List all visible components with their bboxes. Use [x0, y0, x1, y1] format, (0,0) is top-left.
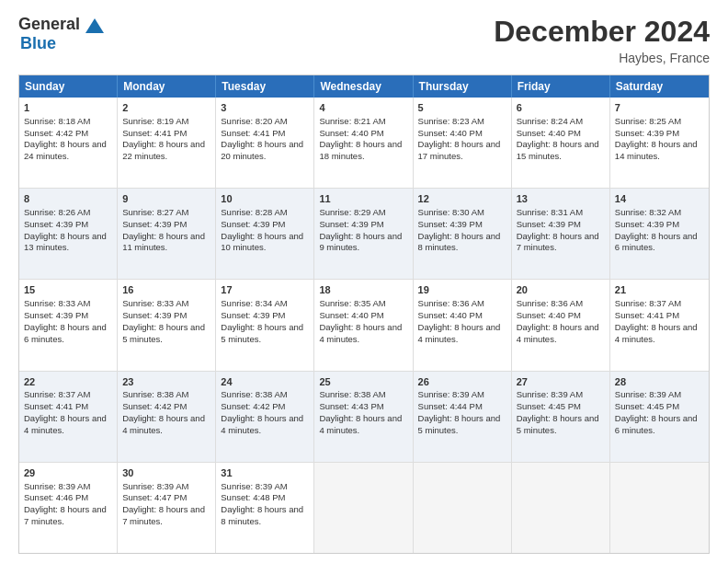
- sunrise-text: Sunrise: 8:39 AM: [418, 389, 506, 401]
- calendar-header-day: Tuesday: [216, 75, 314, 98]
- calendar-week-row: 29Sunrise: 8:39 AMSunset: 4:46 PMDayligh…: [19, 462, 709, 553]
- daylight-text: Daylight: 8 hours and 4 minutes.: [418, 322, 506, 346]
- calendar-cell-empty: [512, 463, 610, 553]
- day-number: 1: [24, 101, 112, 115]
- daylight-text: Daylight: 8 hours and 13 minutes.: [24, 231, 112, 255]
- calendar-header-day: Thursday: [414, 75, 512, 98]
- logo-general: General: [18, 15, 80, 34]
- daylight-text: Daylight: 8 hours and 8 minutes.: [221, 504, 309, 528]
- sunset-text: Sunset: 4:40 PM: [319, 128, 407, 140]
- daylight-text: Daylight: 8 hours and 4 minutes.: [319, 413, 407, 437]
- sunrise-text: Sunrise: 8:36 AM: [517, 298, 605, 310]
- day-number: 21: [615, 283, 704, 297]
- day-number: 11: [319, 192, 407, 206]
- calendar-cell: 9Sunrise: 8:27 AMSunset: 4:39 PMDaylight…: [118, 189, 216, 279]
- calendar-cell-empty: [414, 463, 512, 553]
- calendar-cell: 6Sunrise: 8:24 AMSunset: 4:40 PMDaylight…: [512, 98, 610, 188]
- sunset-text: Sunset: 4:40 PM: [517, 310, 605, 322]
- daylight-text: Daylight: 8 hours and 18 minutes.: [319, 139, 407, 163]
- sunrise-text: Sunrise: 8:39 AM: [122, 481, 210, 493]
- sunset-text: Sunset: 4:39 PM: [221, 310, 309, 322]
- day-number: 5: [418, 101, 506, 115]
- daylight-text: Daylight: 8 hours and 4 minutes.: [615, 322, 704, 346]
- calendar-cell: 28Sunrise: 8:39 AMSunset: 4:45 PMDayligh…: [610, 372, 709, 462]
- sunrise-text: Sunrise: 8:39 AM: [517, 389, 605, 401]
- sunset-text: Sunset: 4:43 PM: [319, 401, 407, 413]
- calendar-week-row: 15Sunrise: 8:33 AMSunset: 4:39 PMDayligh…: [19, 279, 709, 370]
- calendar-cell: 17Sunrise: 8:34 AMSunset: 4:39 PMDayligh…: [216, 280, 314, 370]
- calendar-cell: 1Sunrise: 8:18 AMSunset: 4:42 PMDaylight…: [19, 98, 118, 188]
- sunset-text: Sunset: 4:45 PM: [615, 401, 704, 413]
- calendar-header-day: Monday: [118, 75, 216, 98]
- sunrise-text: Sunrise: 8:39 AM: [24, 481, 112, 493]
- calendar: SundayMondayTuesdayWednesdayThursdayFrid…: [18, 75, 710, 554]
- calendar-cell: 21Sunrise: 8:37 AMSunset: 4:41 PMDayligh…: [610, 280, 709, 370]
- day-number: 25: [319, 375, 407, 389]
- day-number: 23: [122, 375, 210, 389]
- daylight-text: Daylight: 8 hours and 8 minutes.: [418, 231, 506, 255]
- calendar-header-day: Wednesday: [314, 75, 413, 98]
- day-number: 10: [221, 192, 309, 206]
- sunset-text: Sunset: 4:40 PM: [418, 310, 506, 322]
- sunrise-text: Sunrise: 8:36 AM: [418, 298, 506, 310]
- sunrise-text: Sunrise: 8:33 AM: [122, 298, 210, 310]
- day-number: 19: [418, 283, 506, 297]
- day-number: 12: [418, 192, 506, 206]
- sunset-text: Sunset: 4:42 PM: [24, 128, 112, 140]
- sunset-text: Sunset: 4:39 PM: [615, 219, 704, 231]
- daylight-text: Daylight: 8 hours and 20 minutes.: [221, 139, 309, 163]
- sunrise-text: Sunrise: 8:25 AM: [615, 116, 704, 128]
- sunrise-text: Sunrise: 8:33 AM: [24, 298, 112, 310]
- calendar-cell: 30Sunrise: 8:39 AMSunset: 4:47 PMDayligh…: [118, 463, 216, 553]
- day-number: 31: [221, 466, 309, 480]
- day-number: 24: [221, 375, 309, 389]
- day-number: 15: [24, 283, 112, 297]
- calendar-cell: 25Sunrise: 8:38 AMSunset: 4:43 PMDayligh…: [314, 372, 413, 462]
- calendar-cell-empty: [610, 463, 709, 553]
- calendar-cell: 26Sunrise: 8:39 AMSunset: 4:44 PMDayligh…: [414, 372, 512, 462]
- calendar-header-day: Sunday: [19, 75, 118, 98]
- sunrise-text: Sunrise: 8:35 AM: [319, 298, 407, 310]
- sunset-text: Sunset: 4:39 PM: [24, 310, 112, 322]
- sunrise-text: Sunrise: 8:19 AM: [122, 116, 210, 128]
- day-number: 4: [319, 101, 407, 115]
- calendar-cell: 15Sunrise: 8:33 AMSunset: 4:39 PMDayligh…: [19, 280, 118, 370]
- title-area: December 2024 Haybes, France: [494, 15, 710, 65]
- sunset-text: Sunset: 4:48 PM: [221, 492, 309, 504]
- day-number: 13: [517, 192, 605, 206]
- calendar-week-row: 1Sunrise: 8:18 AMSunset: 4:42 PMDaylight…: [19, 98, 709, 188]
- calendar-cell: 12Sunrise: 8:30 AMSunset: 4:39 PMDayligh…: [414, 189, 512, 279]
- calendar-cell: 20Sunrise: 8:36 AMSunset: 4:40 PMDayligh…: [512, 280, 610, 370]
- daylight-text: Daylight: 8 hours and 5 minutes.: [122, 322, 210, 346]
- calendar-cell: 18Sunrise: 8:35 AMSunset: 4:40 PMDayligh…: [314, 280, 413, 370]
- sunset-text: Sunset: 4:41 PM: [24, 401, 112, 413]
- calendar-cell: 10Sunrise: 8:28 AMSunset: 4:39 PMDayligh…: [216, 189, 314, 279]
- day-number: 22: [24, 375, 112, 389]
- daylight-text: Daylight: 8 hours and 4 minutes.: [517, 322, 605, 346]
- day-number: 2: [122, 101, 210, 115]
- daylight-text: Daylight: 8 hours and 17 minutes.: [418, 139, 506, 163]
- sunrise-text: Sunrise: 8:26 AM: [24, 207, 112, 219]
- logo-icon: [85, 18, 104, 33]
- sunrise-text: Sunrise: 8:29 AM: [319, 207, 407, 219]
- calendar-header-day: Saturday: [610, 75, 709, 98]
- sunset-text: Sunset: 4:39 PM: [517, 219, 605, 231]
- logo-blue: Blue: [20, 34, 56, 53]
- day-number: 26: [418, 375, 506, 389]
- calendar-cell: 5Sunrise: 8:23 AMSunset: 4:40 PMDaylight…: [414, 98, 512, 188]
- sunrise-text: Sunrise: 8:28 AM: [221, 207, 309, 219]
- sunrise-text: Sunrise: 8:27 AM: [122, 207, 210, 219]
- sunset-text: Sunset: 4:41 PM: [221, 128, 309, 140]
- daylight-text: Daylight: 8 hours and 7 minutes.: [24, 504, 112, 528]
- sunrise-text: Sunrise: 8:30 AM: [418, 207, 506, 219]
- calendar-cell: 29Sunrise: 8:39 AMSunset: 4:46 PMDayligh…: [19, 463, 118, 553]
- sunrise-text: Sunrise: 8:18 AM: [24, 116, 112, 128]
- sunset-text: Sunset: 4:39 PM: [221, 219, 309, 231]
- daylight-text: Daylight: 8 hours and 5 minutes.: [221, 322, 309, 346]
- sunset-text: Sunset: 4:39 PM: [122, 219, 210, 231]
- sunrise-text: Sunrise: 8:23 AM: [418, 116, 506, 128]
- calendar-cell-empty: [314, 463, 413, 553]
- calendar-cell: 16Sunrise: 8:33 AMSunset: 4:39 PMDayligh…: [118, 280, 216, 370]
- sunset-text: Sunset: 4:44 PM: [418, 401, 506, 413]
- daylight-text: Daylight: 8 hours and 7 minutes.: [517, 231, 605, 255]
